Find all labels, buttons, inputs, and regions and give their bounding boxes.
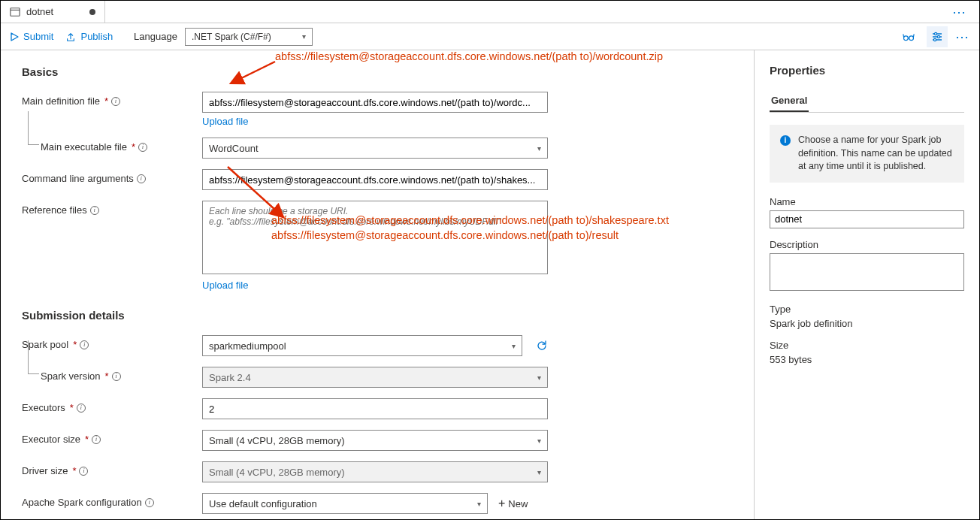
label-executors: Executors*i	[22, 398, 202, 413]
properties-title: Properties	[770, 64, 964, 77]
label-main-executable: Main executable file*i	[22, 138, 202, 153]
executors-input[interactable]	[202, 398, 548, 419]
properties-panel: Properties General i Choose a name for y…	[754, 50, 979, 519]
info-icon[interactable]: i	[90, 206, 99, 215]
info-icon[interactable]: i	[112, 372, 121, 381]
executor-size-select[interactable]: Small (4 vCPU, 28GB memory)▾	[202, 430, 548, 451]
new-config-button[interactable]: +New	[498, 497, 528, 510]
info-icon[interactable]: i	[92, 435, 101, 444]
toolbar-more[interactable]: ⋯	[955, 29, 970, 45]
name-label: Name	[770, 196, 964, 207]
info-message: i Choose a name for your Spark job defin…	[770, 125, 964, 183]
chevron-down-icon: ▾	[302, 32, 306, 41]
publish-icon	[65, 32, 76, 42]
label-spark-config: Apache Spark configurationi	[22, 493, 202, 508]
info-icon[interactable]: i	[77, 404, 86, 413]
svg-point-4	[909, 35, 914, 40]
label-spark-version: Spark version*i	[22, 367, 202, 382]
tab-title: dotnet	[26, 6, 53, 17]
refresh-icon	[536, 340, 548, 352]
tab-general[interactable]: General	[770, 90, 809, 112]
info-icon[interactable]: i	[79, 467, 88, 476]
svg-rect-0	[11, 8, 20, 16]
language-label: Language	[134, 31, 177, 42]
more-menu[interactable]: ⋯	[952, 4, 967, 20]
chevron-down-icon: ▾	[537, 373, 541, 382]
reference-files-input[interactable]	[202, 201, 548, 274]
svg-point-7	[933, 38, 936, 41]
description-label: Description	[770, 239, 964, 250]
svg-point-5	[934, 32, 936, 35]
label-driver-size: Driver size*i	[22, 461, 202, 476]
description-input[interactable]	[770, 253, 964, 291]
info-icon[interactable]: i	[145, 498, 154, 507]
publish-button[interactable]: Publish	[65, 31, 113, 42]
svg-marker-2	[11, 33, 18, 41]
size-label: Size	[770, 340, 964, 351]
language-select[interactable]: .NET Spark (C#/F#) ▾	[185, 28, 313, 46]
unsaved-indicator	[89, 9, 95, 15]
plus-icon: +	[498, 497, 505, 510]
info-icon[interactable]: i	[111, 97, 120, 106]
info-icon[interactable]: i	[137, 174, 146, 183]
view-configurations-link[interactable]: View configurations	[202, 517, 287, 519]
cmd-args-input[interactable]	[202, 169, 548, 190]
size-value: 553 bytes	[770, 354, 964, 365]
driver-size-select: Small (4 vCPU, 28GB memory)▾	[202, 461, 548, 482]
toolbar: Submit Publish Language .NET Spark (C#/F…	[1, 23, 979, 50]
label-spark-pool: Spark pool*i	[22, 335, 202, 350]
name-input[interactable]	[770, 210, 964, 228]
label-main-definition: Main definition file*i	[22, 92, 202, 107]
type-label: Type	[770, 304, 964, 315]
document-icon	[10, 7, 20, 17]
properties-toggle[interactable]	[927, 26, 948, 47]
label-executor-size: Executor size*i	[22, 430, 202, 445]
label-reference-files: Reference filesi	[22, 201, 202, 216]
spark-pool-select[interactable]: sparkmediumpool▾	[202, 335, 522, 356]
refresh-button[interactable]	[536, 340, 548, 352]
type-value: Spark job definition	[770, 318, 964, 329]
document-tab[interactable]: dotnet	[1, 1, 105, 23]
info-icon[interactable]: i	[138, 143, 147, 152]
chevron-down-icon: ▾	[477, 500, 481, 508]
submit-button[interactable]: Submit	[10, 31, 53, 42]
chevron-down-icon: ▾	[537, 468, 541, 476]
play-icon	[10, 32, 19, 41]
spark-version-select: Spark 2.4▾	[202, 367, 548, 388]
upload-ref-files[interactable]: Upload file	[202, 280, 248, 291]
chevron-down-icon: ▾	[512, 342, 516, 350]
info-badge-icon: i	[780, 135, 791, 146]
main-panel: Basics abfss://filesystem@storageaccount…	[1, 50, 754, 519]
main-definition-input[interactable]	[202, 92, 548, 113]
main-executable-select[interactable]: WordCount▾	[202, 138, 548, 159]
info-icon[interactable]: i	[80, 340, 89, 349]
tab-bar: dotnet ⋯	[1, 1, 979, 23]
chevron-down-icon: ▾	[537, 437, 541, 445]
chevron-down-icon: ▾	[537, 144, 541, 153]
section-basics: Basics	[22, 65, 733, 78]
upload-main-def[interactable]: Upload file	[202, 116, 248, 127]
properties-tabs: General	[770, 90, 964, 113]
svg-point-3	[904, 35, 909, 40]
section-submission: Submission details	[22, 309, 733, 322]
glasses-icon[interactable]	[898, 26, 919, 47]
svg-point-6	[937, 35, 939, 38]
label-cmd-args: Command line argumentsi	[22, 169, 202, 184]
annotation-1: abfss://filesystem@storageaccount.dfs.co…	[275, 50, 663, 62]
spark-config-select[interactable]: Use default configuration▾	[202, 493, 488, 514]
